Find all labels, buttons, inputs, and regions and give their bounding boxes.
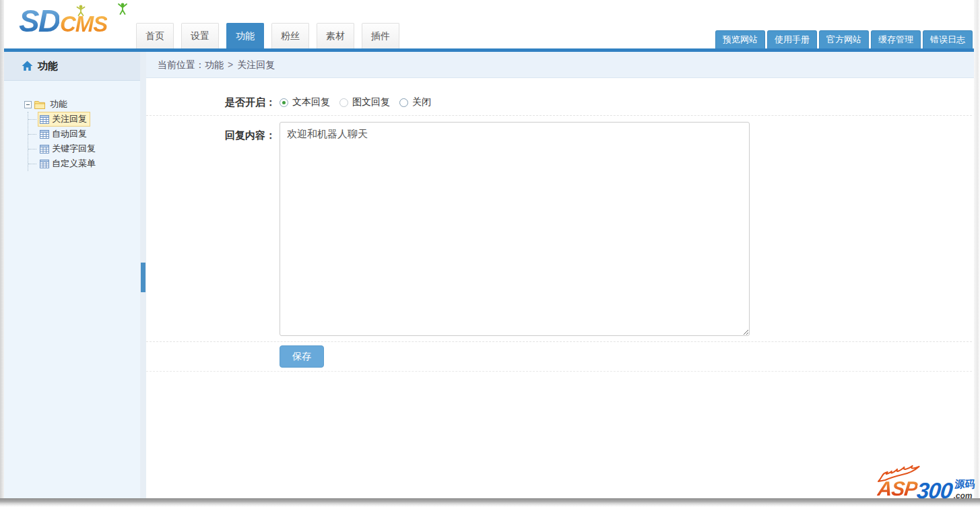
page-right-shadow — [974, 0, 980, 498]
content-panel: 当前位置：功能>关注回复 是否开启： 文本回复 图文回复 — [146, 52, 980, 498]
tree-item-label: 自定义菜单 — [52, 158, 96, 170]
follow-reply-form: 是否开启： 文本回复 图文回复 关闭 — [146, 78, 980, 372]
page-left-shadow — [0, 0, 4, 498]
watermark-300-text: 300 — [916, 481, 953, 500]
radio-off[interactable]: 关闭 — [399, 96, 431, 108]
stick-figure-icon — [117, 1, 128, 15]
watermark-yuanma-text: 源码 — [954, 478, 976, 491]
quicklink-official-site[interactable]: 官方网站 — [819, 30, 869, 48]
breadcrumb-item-follow-reply: 关注回复 — [237, 59, 275, 70]
quick-links: 预览网站 使用手册 官方网站 缓存管理 错误日志 — [715, 30, 973, 48]
sidebar-tree: 功能 关注回复 — [4, 81, 140, 498]
breadcrumb-prefix: 当前位置： — [158, 59, 205, 70]
folder-icon — [34, 100, 45, 109]
main-area: 功能 功能 — [0, 52, 980, 498]
enable-row: 是否开启： 文本回复 图文回复 关闭 — [146, 91, 972, 116]
flame-icon — [876, 463, 925, 483]
save-row: 保存 — [146, 342, 972, 372]
radio-image-text-reply[interactable]: 图文回复 — [339, 96, 390, 108]
sdcms-logo: SDCMS — [19, 3, 107, 39]
quicklink-preview-site[interactable]: 预览网站 — [715, 30, 765, 48]
sidebar-splitter — [140, 52, 146, 498]
tab-fans[interactable]: 粉丝 — [271, 23, 309, 48]
table-icon — [40, 115, 49, 124]
tab-home[interactable]: 首页 — [136, 23, 174, 48]
quicklink-error-log[interactable]: 错误日志 — [923, 30, 973, 48]
stick-figure-icon — [75, 4, 86, 16]
radio-icon[interactable] — [399, 98, 408, 107]
tree-item-custom-menu[interactable]: 自定义菜单 — [28, 156, 140, 171]
tree-root-label: 功能 — [48, 98, 69, 111]
quicklink-manual[interactable]: 使用手册 — [767, 30, 817, 48]
radio-icon[interactable] — [339, 98, 348, 107]
tree-item-label: 关键字回复 — [52, 143, 96, 155]
tab-material[interactable]: 素材 — [317, 23, 354, 48]
page-bottom-shadow — [0, 498, 980, 507]
logo-sd-text: SD — [19, 3, 59, 38]
main-nav: 首页 设置 功能 粉丝 素材 插件 — [136, 23, 407, 48]
header: SDCMS 首页 设置 功能 粉丝 素材 插件 预览网站 使用手册 — [0, 0, 980, 48]
reply-content-label: 回复内容： — [146, 122, 275, 336]
table-icon — [40, 145, 49, 154]
reply-content-textarea[interactable]: 欢迎和机器人聊天 — [280, 122, 750, 336]
radio-icon[interactable] — [280, 98, 288, 107]
splitter-drag-handle[interactable] — [141, 263, 145, 292]
tab-plugins[interactable]: 插件 — [362, 23, 399, 48]
tree-item-keyword-reply[interactable]: 关键字回复 — [28, 141, 140, 156]
table-icon — [40, 130, 49, 139]
home-icon — [22, 61, 33, 71]
sidebar: 功能 功能 — [4, 52, 140, 498]
breadcrumb: 当前位置：功能>关注回复 — [146, 52, 980, 78]
watermark-com-text: .com — [953, 491, 973, 500]
tree-item-follow-reply[interactable]: 关注回复 — [28, 112, 140, 127]
tree-item-auto-reply[interactable]: 自动回复 — [28, 127, 140, 141]
tab-functions[interactable]: 功能 — [226, 23, 264, 48]
breadcrumb-item-functions: 功能 — [205, 59, 224, 70]
enable-radio-group: 文本回复 图文回复 关闭 — [280, 96, 440, 108]
tab-settings[interactable]: 设置 — [181, 23, 219, 48]
sidebar-title: 功能 — [38, 60, 58, 73]
quicklink-cache-management[interactable]: 缓存管理 — [871, 30, 921, 48]
tree-root-functions[interactable]: 功能 — [24, 97, 140, 112]
tree-item-label: 关注回复 — [52, 113, 87, 125]
breadcrumb-separator: > — [228, 59, 233, 70]
minus-expander-icon[interactable] — [24, 101, 32, 108]
sdcms-admin-page: SDCMS 首页 设置 功能 粉丝 素材 插件 预览网站 使用手册 — [0, 0, 980, 507]
reply-content-row: 回复内容： 欢迎和机器人聊天 — [146, 116, 972, 342]
radio-text-reply[interactable]: 文本回复 — [280, 96, 330, 108]
save-button[interactable]: 保存 — [280, 345, 324, 368]
sidebar-header: 功能 — [4, 52, 140, 81]
tree-item-label: 自动回复 — [52, 128, 87, 140]
asp300-watermark: ASP 300 源码 .com — [876, 477, 975, 500]
table-icon — [40, 160, 49, 168]
enable-label: 是否开启： — [146, 96, 275, 109]
